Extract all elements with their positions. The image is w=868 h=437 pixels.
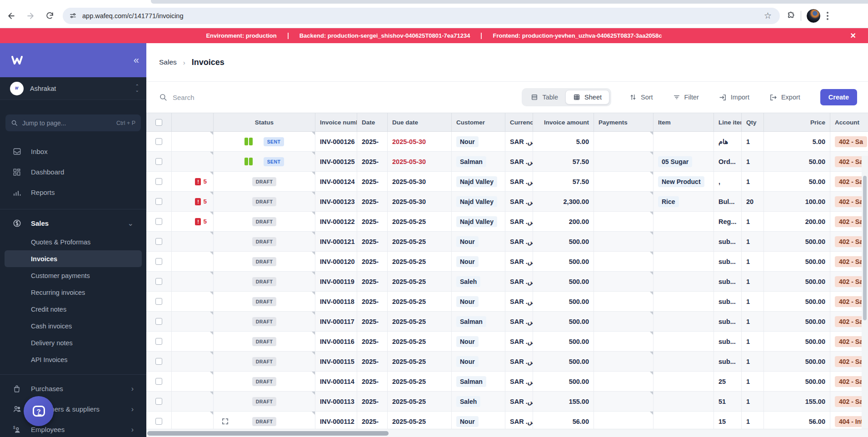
sidebar-item-customer-payments[interactable]: Customer payments: [0, 267, 146, 284]
cell-select[interactable]: [146, 192, 172, 211]
cell-status[interactable]: DRAFT: [214, 172, 315, 191]
import-button[interactable]: Import: [719, 94, 749, 101]
cell-item[interactable]: [653, 212, 714, 231]
cell-invoice[interactable]: INV-000116: [315, 332, 357, 351]
cell-currency[interactable]: SAR س.: [505, 272, 533, 291]
cell-indicator[interactable]: !5: [172, 192, 214, 211]
cell-amount[interactable]: 500.00: [533, 352, 594, 371]
expand-row-icon[interactable]: [222, 418, 229, 425]
invoice-row[interactable]: !5DRAFTINV-0001222025-2025-05-25Najd Val…: [146, 212, 868, 232]
cell-amount[interactable]: 500.00: [533, 252, 594, 271]
invoice-row[interactable]: DRAFTINV-0001162025-2025-05-25NourSAR س.…: [146, 332, 868, 352]
workspace-switcher[interactable]: 𝑤 Ashrakat ⌃⌄: [0, 77, 146, 100]
cell-select[interactable]: [146, 172, 172, 191]
cell-due[interactable]: 2025-05-30: [388, 132, 452, 151]
row-checkbox[interactable]: [155, 378, 162, 385]
cell-item[interactable]: Rice: [653, 192, 714, 211]
forward-icon[interactable]: [23, 8, 38, 24]
cell-invoice[interactable]: INV-000124: [315, 172, 357, 191]
filter-button[interactable]: Filter: [673, 94, 699, 101]
cell-currency[interactable]: SAR س.: [505, 212, 533, 231]
cell-line_item[interactable]: ,: [714, 172, 742, 191]
cell-qty[interactable]: 1: [742, 412, 764, 429]
cell-price[interactable]: 500.00: [764, 252, 830, 271]
extensions-icon[interactable]: [786, 11, 795, 20]
column-header-payments[interactable]: Payments: [594, 113, 653, 131]
sidebar-item-reports[interactable]: Reports: [0, 182, 146, 203]
cell-item[interactable]: [653, 292, 714, 311]
invoice-row[interactable]: !5DRAFTINV-0001242025-2025-05-30Najd Val…: [146, 172, 868, 192]
collapse-sidebar-icon[interactable]: «: [134, 55, 138, 65]
cell-currency[interactable]: SAR س.: [505, 332, 533, 351]
cell-date[interactable]: 2025-: [357, 352, 388, 371]
cell-invoice[interactable]: INV-000125: [315, 152, 357, 171]
cell-customer[interactable]: Nour: [452, 292, 505, 311]
cell-amount[interactable]: 500.00: [533, 232, 594, 251]
cell-line_item[interactable]: Reg...: [714, 212, 742, 231]
cell-line_item[interactable]: 15: [714, 412, 742, 429]
cell-price[interactable]: 500.00: [764, 312, 830, 331]
invoice-row[interactable]: SENTINV-0001252025-2025-05-30SalmanSAR س…: [146, 152, 868, 172]
cell-payments[interactable]: [594, 292, 653, 311]
cell-indicator[interactable]: [172, 392, 214, 411]
cell-customer[interactable]: Nour: [452, 412, 505, 429]
cell-due[interactable]: 2025-05-30: [388, 192, 452, 211]
column-header-invoice[interactable]: Invoice number: [315, 113, 357, 131]
cell-currency[interactable]: SAR س.: [505, 352, 533, 371]
column-header-date[interactable]: Date: [357, 113, 388, 131]
cell-date[interactable]: 2025-: [357, 392, 388, 411]
reload-icon[interactable]: [42, 8, 57, 24]
cell-item[interactable]: [653, 232, 714, 251]
cell-currency[interactable]: SAR س.: [505, 252, 533, 271]
cell-line_item[interactable]: 51: [714, 392, 742, 411]
cell-amount[interactable]: 5.00: [533, 132, 594, 151]
cell-item[interactable]: [653, 252, 714, 271]
cell-indicator[interactable]: [172, 372, 214, 391]
column-header-amount[interactable]: Invoice amount: [533, 113, 594, 131]
cell-qty[interactable]: 1: [742, 252, 764, 271]
cell-select[interactable]: [146, 252, 172, 271]
cell-currency[interactable]: SAR س.: [505, 232, 533, 251]
column-header-select[interactable]: [146, 113, 172, 131]
cell-qty[interactable]: 1: [742, 172, 764, 191]
column-header-line_item[interactable]: Line item: [714, 113, 742, 131]
cell-qty[interactable]: 1: [742, 152, 764, 171]
cell-amount[interactable]: 500.00: [533, 312, 594, 331]
cell-customer[interactable]: Saleh: [452, 392, 505, 411]
cell-amount[interactable]: 500.00: [533, 272, 594, 291]
cell-invoice[interactable]: INV-000118: [315, 292, 357, 311]
sidebar-item-purchases[interactable]: Purchases ›: [0, 378, 146, 399]
cell-customer[interactable]: Najd Valley: [452, 212, 505, 231]
cell-invoice[interactable]: INV-000123: [315, 192, 357, 211]
cell-date[interactable]: 2025-: [357, 212, 388, 231]
cell-select[interactable]: [146, 232, 172, 251]
horizontal-scrollbar[interactable]: [146, 429, 868, 437]
cell-payments[interactable]: [594, 192, 653, 211]
row-checkbox[interactable]: [155, 198, 162, 205]
sidebar-item-quotes-proformas[interactable]: Quotes & Proformas: [0, 233, 146, 250]
cell-date[interactable]: 2025-: [357, 272, 388, 291]
cell-select[interactable]: [146, 372, 172, 391]
sidebar-item-credit-notes[interactable]: Credit notes: [0, 301, 146, 318]
cell-indicator[interactable]: [172, 332, 214, 351]
search-input[interactable]: Search: [159, 93, 522, 101]
cell-invoice[interactable]: INV-000112: [315, 412, 357, 429]
cell-invoice[interactable]: INV-000114: [315, 372, 357, 391]
view-sheet-button[interactable]: Sheet: [565, 90, 609, 104]
cell-line_item[interactable]: sub...: [714, 352, 742, 371]
cell-currency[interactable]: SAR س.: [505, 152, 533, 171]
cell-price[interactable]: 500.00: [764, 332, 830, 351]
row-checkbox[interactable]: [155, 318, 162, 325]
sidebar-item-employees[interactable]: $ Employees ›: [0, 419, 146, 437]
back-icon[interactable]: [4, 8, 19, 24]
cell-date[interactable]: 2025-: [357, 372, 388, 391]
cell-line_item[interactable]: sub...: [714, 312, 742, 331]
cell-invoice[interactable]: INV-000121: [315, 232, 357, 251]
cell-due[interactable]: 2025-05-25: [388, 312, 452, 331]
cell-select[interactable]: [146, 272, 172, 291]
cell-due[interactable]: 2025-05-25: [388, 252, 452, 271]
cell-account[interactable]: 402 - Sa: [830, 132, 868, 151]
cell-select[interactable]: [146, 412, 172, 429]
column-header-indicator[interactable]: [172, 113, 214, 131]
cell-status[interactable]: DRAFT: [214, 272, 315, 291]
